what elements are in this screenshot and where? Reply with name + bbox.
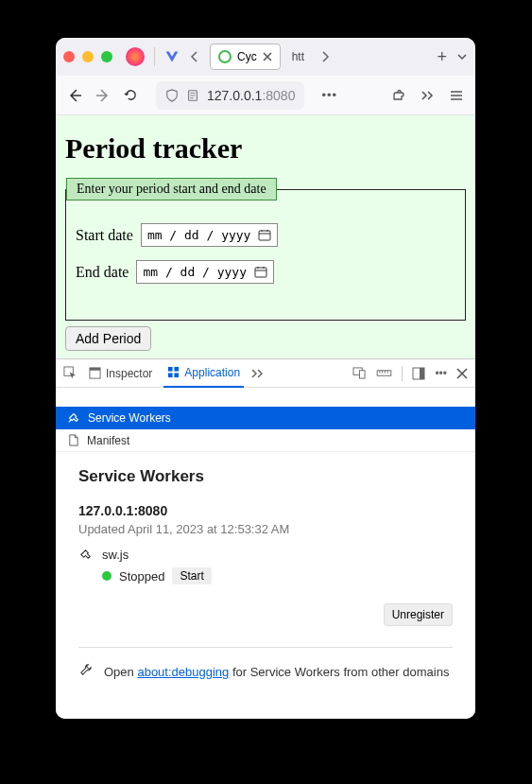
tabs-dropdown-icon[interactable]	[456, 51, 468, 62]
start-button[interactable]: Start	[172, 567, 211, 584]
svg-rect-1	[259, 231, 270, 240]
devtools-tabbar: Inspector Application	[56, 359, 475, 388]
tab-bar: Cyc htt +	[56, 38, 475, 76]
page-info-icon[interactable]	[186, 89, 199, 102]
devtools-menu-icon[interactable]: •••	[435, 367, 447, 380]
svg-rect-8	[168, 373, 173, 377]
dock-icon[interactable]	[412, 367, 425, 380]
inspector-icon	[89, 367, 101, 379]
application-tab[interactable]: Application	[163, 359, 244, 388]
start-date-input[interactable]: mm / dd / yyyy	[141, 223, 279, 247]
svg-rect-7	[175, 367, 180, 372]
calendar-icon[interactable]	[258, 229, 271, 241]
forward-button[interactable]	[95, 88, 112, 103]
page-content: Period tracker Enter your period start a…	[56, 115, 475, 358]
end-date-label: End date	[76, 264, 129, 281]
hamburger-menu-icon[interactable]	[449, 89, 464, 102]
shield-icon	[165, 89, 179, 102]
unregister-button[interactable]: Unregister	[384, 603, 453, 626]
element-picker-icon[interactable]	[63, 366, 77, 380]
status-dot-icon	[102, 571, 112, 581]
svg-rect-9	[175, 373, 180, 377]
sw-updated: Updated April 11, 2023 at 12:53:32 AM	[78, 522, 453, 536]
inspector-tab[interactable]: Inspector	[85, 359, 156, 388]
active-tab[interactable]: Cyc	[210, 44, 281, 70]
svg-rect-6	[168, 367, 173, 372]
manifest-nav-item[interactable]: Manifest	[56, 429, 475, 452]
manifest-nav-label: Manifest	[87, 434, 129, 447]
url-toolbar: 127.0.0.1:8080 •••	[56, 76, 475, 115]
tools-icon	[78, 548, 93, 562]
browser-window: Cyc htt +	[56, 38, 475, 719]
wrench-icon	[78, 663, 93, 683]
new-tab-button[interactable]: +	[437, 47, 447, 67]
application-tab-label: Application	[184, 366, 240, 379]
background-tab[interactable]: htt	[286, 50, 310, 63]
sw-status: Stopped	[119, 569, 164, 584]
svg-rect-12	[378, 371, 392, 376]
sw-heading: Service Workers	[78, 467, 453, 486]
devtools-panel: Inspector Application	[56, 358, 475, 719]
overflow-chevrons-icon[interactable]	[420, 89, 436, 102]
calendar-icon[interactable]	[254, 266, 267, 278]
start-date-value: mm / dd / yyyy	[147, 228, 251, 242]
about-debugging-link[interactable]: about:debugging	[137, 665, 229, 679]
service-workers-nav-item[interactable]: Service Workers	[56, 407, 475, 429]
window-controls	[63, 51, 112, 62]
extension-icon[interactable]	[392, 88, 407, 103]
maximize-window-button[interactable]	[101, 51, 112, 62]
end-date-value: mm / dd / yyyy	[143, 265, 247, 279]
sw-file: sw.js	[102, 548, 212, 562]
svg-rect-11	[360, 371, 366, 378]
tab-nav-forward[interactable]	[316, 51, 335, 62]
close-tab-icon[interactable]	[263, 52, 272, 61]
inspector-tab-label: Inspector	[106, 367, 152, 380]
svg-rect-14	[420, 368, 424, 379]
active-tab-label: Cyc	[237, 50, 257, 63]
address-bar[interactable]: 127.0.0.1:8080	[156, 81, 304, 110]
url-meatball-icon[interactable]: •••	[321, 88, 337, 102]
tabs-overflow-icon[interactable]	[251, 368, 265, 379]
end-date-input[interactable]: mm / dd / yyyy	[136, 260, 274, 284]
add-period-button[interactable]: Add Period	[65, 326, 151, 351]
form-legend: Enter your period start and end date	[66, 178, 277, 200]
svg-rect-5	[90, 368, 100, 371]
service-workers-nav-label: Service Workers	[88, 411, 171, 425]
vue-tab-icon[interactable]	[164, 49, 180, 64]
back-button[interactable]	[67, 88, 84, 103]
svg-rect-2	[255, 268, 266, 277]
url-text: 127.0.0.1:8080	[207, 88, 295, 103]
ruler-icon[interactable]	[376, 368, 392, 378]
tab-favicon-icon	[218, 50, 232, 63]
separator	[154, 47, 155, 66]
tab-nav-back[interactable]	[185, 51, 204, 62]
hammer-icon	[67, 411, 80, 425]
page-title: Period tracker	[65, 132, 466, 165]
divider	[78, 647, 453, 648]
reload-button[interactable]	[124, 88, 141, 102]
firefox-icon	[126, 47, 145, 66]
close-devtools-icon[interactable]	[456, 368, 468, 379]
sw-host: 127.0.0.1:8080	[78, 503, 453, 518]
application-icon	[167, 366, 180, 378]
responsive-design-icon[interactable]	[352, 367, 367, 379]
sw-footer-text: Open about:debugging for Service Workers…	[104, 663, 449, 683]
minimize-window-button[interactable]	[82, 51, 94, 62]
start-date-label: Start date	[76, 227, 133, 244]
close-window-button[interactable]	[63, 51, 75, 62]
period-form: Enter your period start and end date Sta…	[65, 178, 466, 321]
document-icon	[67, 434, 79, 446]
service-workers-panel: Service Workers 127.0.0.1:8080 Updated A…	[56, 452, 475, 698]
